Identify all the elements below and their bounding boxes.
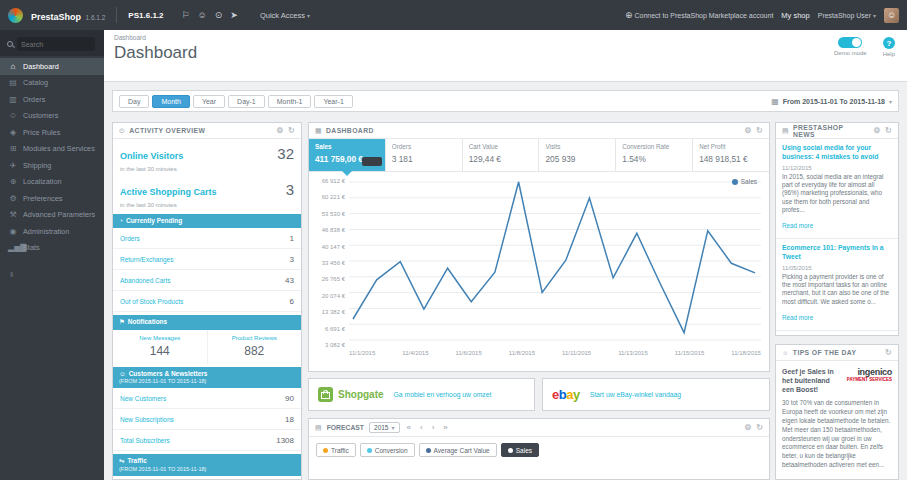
sidebar-item-modules[interactable]: ⊞Modules and Services bbox=[0, 141, 104, 158]
refresh-icon[interactable]: ↻ bbox=[756, 126, 763, 135]
user-menu[interactable]: PrestaShop User ▾ bbox=[818, 12, 876, 19]
y-tick-label: 46 838 € bbox=[322, 227, 345, 233]
gear-icon[interactable]: ⚙ bbox=[744, 423, 751, 432]
filter-year-1-button[interactable]: Year-1 bbox=[314, 95, 352, 108]
demo-mode-toggle[interactable] bbox=[838, 37, 862, 48]
last-page-button[interactable]: » bbox=[441, 423, 449, 432]
gear-icon[interactable]: ⚙ bbox=[276, 126, 284, 135]
help-icon[interactable]: ? bbox=[883, 37, 895, 49]
refresh-icon[interactable]: ↻ bbox=[885, 348, 892, 357]
quick-access-menu[interactable]: Quick Access ▾ bbox=[260, 11, 310, 20]
sidebar-item-administration[interactable]: ◉Administration bbox=[0, 223, 104, 240]
x-tick-label: 11/13/2015 bbox=[618, 350, 648, 360]
orders-icon: ▥ bbox=[8, 95, 18, 104]
find-more-news-link[interactable]: Find more news bbox=[776, 331, 898, 336]
prestashop-logo[interactable] bbox=[8, 8, 23, 23]
y-tick-label: 40 147 € bbox=[322, 244, 345, 250]
read-more-link[interactable]: Read more bbox=[782, 222, 813, 229]
kpi-conversion-rate[interactable]: Conversion Rate1.54% bbox=[616, 139, 693, 171]
chart-legend-label: Sales bbox=[741, 178, 757, 185]
sidebar-item-orders[interactable]: ▥Orders bbox=[0, 91, 104, 108]
filter-month-button[interactable]: Month bbox=[152, 95, 189, 108]
breadcrumb[interactable]: Dashboard bbox=[114, 34, 146, 41]
forecast-option-sales[interactable]: Sales bbox=[501, 443, 539, 457]
sidebar-item-stats[interactable]: ▂▅▇Stats bbox=[0, 240, 104, 257]
rocket-icon[interactable]: ➤ bbox=[230, 11, 238, 20]
search-input[interactable] bbox=[17, 37, 95, 51]
kpi-cart-value[interactable]: Cart Value129,44 € bbox=[463, 139, 540, 171]
marketplace-icon: ⊕ bbox=[625, 10, 633, 20]
forecast-option-traffic[interactable]: Traffic bbox=[316, 443, 356, 457]
tips-panel-header: ☼ TIPS OF THE DAY ↻ bbox=[776, 345, 898, 361]
ebay-link[interactable]: Start uw eBay-winkel vandaag bbox=[590, 391, 681, 398]
stats-icon: ▂▅▇ bbox=[8, 243, 18, 252]
sidebar-item-preferences[interactable]: ⚙Preferences bbox=[0, 190, 104, 207]
shopgate-logo-icon bbox=[318, 387, 333, 402]
marketplace-link[interactable]: ⊕ Connect to PrestaShop Marketplace acco… bbox=[625, 11, 773, 20]
year-select[interactable]: 2015▾ bbox=[369, 422, 399, 433]
topbar-divider bbox=[116, 7, 117, 23]
shopgate-link[interactable]: Ga mobiel en verhoog uw omzet bbox=[394, 391, 492, 398]
lifering-icon[interactable]: ⊙ bbox=[215, 11, 223, 20]
sidebar-item-dashboard[interactable]: ⌂Dashboard bbox=[0, 58, 104, 75]
online-visitors-link[interactable]: Online Visitors bbox=[120, 151, 183, 161]
prev-page-button[interactable]: ‹ bbox=[418, 423, 425, 432]
pending-returns-row: Return/Exchanges3 bbox=[113, 249, 301, 270]
news-article-title[interactable]: Ecommerce 101: Payments in a Tweet bbox=[782, 244, 892, 262]
activity-panel-header: ⊙ ACTIVITY OVERVIEW ⚙ ↻ bbox=[113, 123, 301, 139]
kpi-orders[interactable]: Orders3 181 bbox=[386, 139, 463, 171]
google-analytics-link[interactable]: Link to your Google Analytics account bbox=[113, 476, 301, 480]
product-reviews-cell[interactable]: Product Reviews882 bbox=[207, 330, 302, 364]
sidebar-item-price-rules[interactable]: ◈Price Rules bbox=[0, 124, 104, 141]
filter-month-1-button[interactable]: Month-1 bbox=[268, 95, 312, 108]
sidebar-item-customers[interactable]: ☺Customers bbox=[0, 108, 104, 125]
gear-icon[interactable]: ⚙ bbox=[744, 126, 752, 135]
customers-section-header: ☺Customers & Newsletters(FROM 2015-11-01… bbox=[113, 367, 301, 389]
sales-chart: 66 912 €60 221 €53 530 €46 838 €40 147 €… bbox=[311, 178, 761, 360]
kpi-sales[interactable]: Sales411 759,00 € bbox=[309, 139, 386, 171]
forecast-option-conversion[interactable]: Conversion bbox=[360, 443, 415, 457]
tips-headline: Geef je Sales in het buitenland een Boos… bbox=[776, 361, 898, 399]
news-article-title[interactable]: Using social media for your business: 4 … bbox=[782, 144, 892, 162]
ebay-logo: ebay bbox=[552, 387, 580, 402]
cart-icon[interactable]: ⚐ bbox=[182, 11, 190, 20]
sidebar-item-localization[interactable]: ⊕Localization bbox=[0, 174, 104, 191]
brand-name: PrestaShop bbox=[31, 12, 81, 22]
forecast-option-average-cart-value[interactable]: Average Cart Value bbox=[419, 443, 497, 457]
date-range-picker[interactable]: ▦ From 2015-11-01 To 2015-11-18 ▾ bbox=[771, 97, 892, 106]
help-label: Help bbox=[883, 51, 895, 57]
chart-legend[interactable]: Sales bbox=[732, 178, 757, 185]
sidebar-collapse-toggle[interactable]: ‖ bbox=[0, 270, 104, 279]
news-panel-header: ▤ PRESTASHOP NEWS ⚙ ↻ bbox=[776, 123, 898, 139]
filter-year-button[interactable]: Year bbox=[193, 95, 225, 108]
refresh-icon[interactable]: ↻ bbox=[885, 126, 892, 135]
read-more-link[interactable]: Read more bbox=[782, 314, 813, 321]
gear-icon[interactable]: ⚙ bbox=[873, 126, 881, 135]
kpi-net-profit[interactable]: Net Profit148 918,51 € bbox=[693, 139, 769, 171]
chevron-down-icon: ▾ bbox=[307, 13, 310, 19]
refresh-icon[interactable]: ↻ bbox=[288, 126, 295, 135]
sidebar-item-shipping[interactable]: ✈Shipping bbox=[0, 157, 104, 174]
news-article-date: 11/12/2015 bbox=[782, 165, 892, 171]
shop-name[interactable]: PS1.6.1.2 bbox=[128, 11, 163, 20]
sidebar-item-advanced-parameters[interactable]: ⚒Advanced Parameters bbox=[0, 207, 104, 224]
filter-day-button[interactable]: Day bbox=[119, 95, 149, 108]
user-avatar[interactable]: ☺ bbox=[884, 8, 899, 23]
page-title: Dashboard bbox=[114, 43, 197, 63]
sidebar-item-catalog[interactable]: ▤Catalog bbox=[0, 75, 104, 92]
next-page-button[interactable]: › bbox=[430, 423, 437, 432]
news-icon: ▤ bbox=[782, 127, 789, 135]
first-page-button[interactable]: « bbox=[405, 423, 413, 432]
filter-day-1-button[interactable]: Day-1 bbox=[228, 95, 265, 108]
ebay-promo: ebay Start uw eBay-winkel vandaag bbox=[542, 378, 770, 411]
grid-icon: ▦ bbox=[315, 127, 322, 135]
new-messages-cell[interactable]: New Messages144 bbox=[113, 330, 207, 364]
my-shop-link[interactable]: My shop bbox=[781, 11, 809, 20]
notifications-section-header: ⚑Notifications bbox=[113, 315, 301, 329]
y-tick-label: 20 074 € bbox=[322, 293, 345, 299]
profile-icon[interactable]: ☺ bbox=[198, 11, 207, 20]
kpi-visits[interactable]: Visits205 939 bbox=[539, 139, 616, 171]
refresh-icon[interactable]: ↻ bbox=[756, 423, 763, 432]
active-carts-link[interactable]: Active Shopping Carts bbox=[120, 187, 217, 197]
topbar: PrestaShop 1.6.1.2 PS1.6.1.2 ⚐ ☺ ⊙ ➤ Qui… bbox=[0, 0, 907, 30]
